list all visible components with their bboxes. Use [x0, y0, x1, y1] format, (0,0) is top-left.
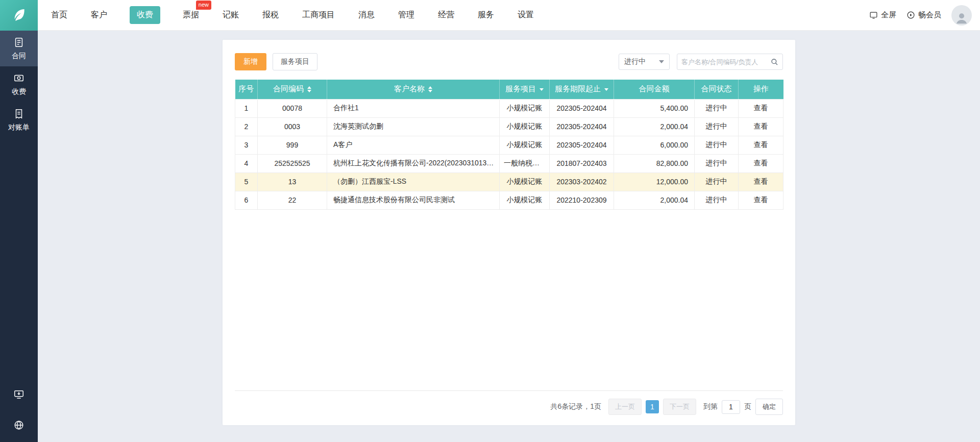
cell-contract-amount: 2,000.04: [614, 191, 695, 209]
col-contract-status: 合同状态: [695, 80, 739, 99]
search-icon[interactable]: [770, 58, 778, 66]
sidebar-label: 对账单: [8, 123, 30, 132]
cell-contract-code: 22: [258, 191, 327, 209]
client-download-icon[interactable]: [13, 389, 24, 400]
toolbar-right: 进行中: [619, 54, 783, 70]
view-link[interactable]: 查看: [754, 195, 768, 204]
nav-label: 设置: [518, 10, 534, 19]
cell-contract-status: 进行中: [695, 117, 739, 136]
cell-service-item: 小规模记账: [500, 99, 550, 117]
contracts-panel: 新增 服务项目 进行中: [223, 40, 795, 425]
nav-item-home[interactable]: 首页: [50, 6, 68, 24]
view-link[interactable]: 查看: [754, 159, 768, 167]
nav-item-settings[interactable]: 设置: [517, 6, 535, 24]
cell-customer-name: 杭州杠上花文化传播有限公司-2022(202303101304...: [327, 154, 500, 173]
cell-contract-status: 进行中: [695, 173, 739, 191]
filter-icon[interactable]: [604, 88, 608, 91]
play-circle-icon: [906, 11, 915, 19]
contracts-table: 序号 合同编码 客户名称 服务项目 服务期限起止 合同金额 合同状态 操作 1 …: [223, 80, 795, 210]
col-service-item[interactable]: 服务项目: [500, 80, 550, 99]
cell-contract-code: 999: [258, 136, 327, 154]
cell-service-period: 201807-202403: [550, 154, 614, 173]
view-link[interactable]: 查看: [754, 104, 768, 112]
chevron-down-icon: [659, 60, 664, 63]
filter-icon[interactable]: [540, 88, 544, 91]
col-customer-name[interactable]: 客户名称: [327, 80, 500, 99]
nav-item-operations[interactable]: 经营: [437, 6, 455, 24]
confirm-button[interactable]: 确定: [755, 399, 783, 415]
add-button[interactable]: 新增: [235, 53, 266, 70]
cell-service-item: 小规模记账: [500, 136, 550, 154]
cell-contract-amount: 5,400.00: [614, 99, 695, 117]
cell-contract-status: 进行中: [695, 99, 739, 117]
nav-item-services[interactable]: 服务: [477, 6, 495, 24]
cell-contract-status: 进行中: [695, 191, 739, 209]
col-index: 序号: [235, 80, 258, 99]
cell-index: 3: [235, 136, 258, 154]
table-row[interactable]: 4 252525525 杭州杠上花文化传播有限公司-2022(202303101…: [235, 154, 783, 173]
nav-item-invoices[interactable]: 票据new: [182, 6, 200, 24]
cell-contract-code: 13: [258, 173, 327, 191]
current-page-button[interactable]: 1: [646, 400, 659, 413]
nav-label: 首页: [51, 10, 67, 19]
prev-page-button[interactable]: 上一页: [608, 399, 642, 415]
cell-index: 6: [235, 191, 258, 209]
panel-bottom: 共6条记录，1页 上一页 1 下一页 到第 页 确定: [223, 390, 795, 425]
nav-label: 工商项目: [302, 10, 335, 19]
col-service-period[interactable]: 服务期限起止: [550, 80, 614, 99]
search-input[interactable]: [681, 58, 770, 66]
nav-item-messages[interactable]: 消息: [357, 6, 376, 24]
nav-item-customers[interactable]: 客户: [90, 6, 108, 24]
cell-contract-amount: 82,800.00: [614, 154, 695, 173]
sidebar-item-statements[interactable]: 对账单: [0, 102, 38, 138]
leaf-logo-icon: [10, 7, 28, 24]
cell-service-period: 202303-202402: [550, 173, 614, 191]
nav-item-management[interactable]: 管理: [397, 6, 415, 24]
table-row[interactable]: 5 13 （勿删）江西服宝-LSS 小规模记账 202303-202402 12…: [235, 173, 783, 191]
nav-item-fees[interactable]: 收费: [130, 6, 160, 24]
member-button[interactable]: 畅会员: [906, 10, 941, 20]
search-box: [677, 54, 783, 70]
next-page-button[interactable]: 下一页: [663, 399, 696, 415]
cell-contract-amount: 2,000.04: [614, 117, 695, 136]
table-row[interactable]: 2 0003 沈海英测试勿删 小规模记账 202305-202404 2,000…: [235, 117, 783, 136]
app-logo[interactable]: [0, 0, 38, 31]
col-actions: 操作: [739, 80, 783, 99]
table-row[interactable]: 3 999 A客户 小规模记账 202305-202404 6,000.00 进…: [235, 136, 783, 154]
service-items-button[interactable]: 服务项目: [273, 53, 317, 70]
nav-item-business-projects[interactable]: 工商项目: [301, 6, 336, 24]
sort-icon[interactable]: [428, 86, 432, 92]
col-contract-code[interactable]: 合同编码: [258, 80, 327, 99]
goto-page-input[interactable]: [722, 400, 740, 414]
view-link[interactable]: 查看: [754, 177, 768, 185]
nav-item-tax-filing[interactable]: 报税: [261, 6, 280, 24]
sidebar-item-contracts[interactable]: 合同: [0, 31, 38, 66]
cell-actions: 查看: [739, 136, 783, 154]
nav-label: 记账: [223, 10, 239, 19]
view-link[interactable]: 查看: [754, 140, 768, 149]
cell-index: 4: [235, 154, 258, 173]
cell-index: 2: [235, 117, 258, 136]
user-avatar[interactable]: [951, 5, 972, 26]
nav-label: 管理: [398, 10, 414, 19]
sort-icon[interactable]: [307, 86, 311, 92]
sidebar-label: 收费: [12, 87, 26, 96]
main-nav: 首页 客户 收费 票据new 记账 报税 工商项目 消息 管理 经营 服务 设置: [50, 6, 535, 24]
table-row[interactable]: 1 00078 合作社1 小规模记账 202305-202404 5,400.0…: [235, 99, 783, 117]
nav-item-bookkeeping[interactable]: 记账: [222, 6, 240, 24]
banknote-icon: [13, 72, 24, 84]
view-link[interactable]: 查看: [754, 122, 768, 130]
status-filter-select[interactable]: 进行中: [619, 54, 670, 70]
cell-contract-amount: 12,000.00: [614, 173, 695, 191]
globe-icon[interactable]: [13, 420, 24, 431]
sidebar-item-fees[interactable]: 收费: [0, 66, 38, 102]
goto-prefix-label: 到第: [703, 402, 718, 411]
status-filter-value: 进行中: [624, 57, 646, 66]
sidebar: 合同 收费 对账单: [0, 31, 38, 442]
member-label: 畅会员: [918, 10, 941, 20]
table-row[interactable]: 6 22 畅捷通信息技术股份有限公司民非测试 小规模记账 202210-2023…: [235, 191, 783, 209]
pagination-summary: 共6条记录，1页: [550, 402, 601, 411]
cell-service-period: 202305-202404: [550, 136, 614, 154]
fullscreen-button[interactable]: 全屏: [869, 10, 896, 20]
cell-service-period: 202305-202404: [550, 117, 614, 136]
